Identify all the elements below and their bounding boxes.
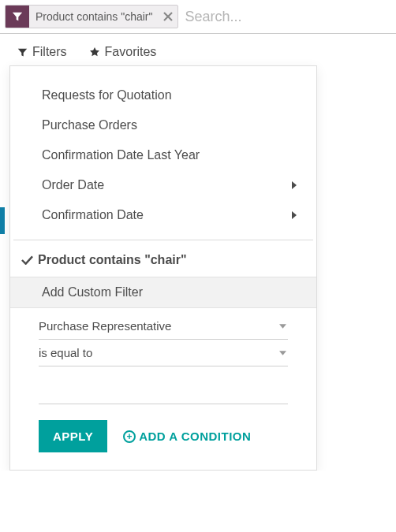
value-input[interactable] [39,374,288,404]
active-filter-label: Product contains "chair" [38,253,187,267]
apply-button[interactable]: APPLY [39,420,107,452]
chevron-down-icon [279,351,286,355]
accent-stripe [0,207,5,234]
filter-option-label: Purchase Orders [42,118,137,132]
filter-option-rfq[interactable]: Requests for Quotation [10,80,316,110]
active-filter-group[interactable]: Product contains "chair" [10,244,316,277]
filter-icon [6,6,29,28]
field-select-value: Purchase Representative [39,319,171,333]
filter-option-label: Requests for Quotation [42,88,172,102]
custom-filter-actions: APPLY + ADD A CONDITION [10,404,316,452]
search-bar: Product contains "chair" [0,0,396,34]
chevron-down-icon [279,324,286,329]
add-condition-label: ADD A CONDITION [139,430,251,443]
tab-favorites[interactable]: Favorites [89,45,157,59]
chevron-right-icon [291,211,297,219]
filter-option-po[interactable]: Purchase Orders [10,110,316,140]
search-facet: Product contains "chair" [5,5,178,28]
filter-option-label: Confirmation Date [42,208,144,222]
star-icon [89,47,100,58]
filter-option-confirmation-last-year[interactable]: Confirmation Date Last Year [10,140,316,170]
custom-filter-form: Purchase Representative is equal to [10,308,316,404]
chevron-right-icon [291,181,297,189]
search-options-bar: Filters Favorites [0,34,396,65]
filter-option-order-date[interactable]: Order Date [10,170,316,200]
check-icon [21,255,33,265]
filter-option-label: Confirmation Date Last Year [42,148,200,162]
operator-select-value: is equal to [39,346,92,359]
plus-circle-icon: + [123,430,136,443]
divider [13,240,313,240]
search-input[interactable] [183,6,391,28]
tab-favorites-label: Favorites [105,45,157,59]
tab-filters-label: Filters [32,45,67,59]
field-select[interactable]: Purchase Representative [39,313,288,340]
filter-option-label: Order Date [42,178,104,192]
add-condition-button[interactable]: + ADD A CONDITION [123,430,251,443]
remove-facet-button[interactable] [159,6,177,28]
filters-dropdown-panel: Requests for Quotation Purchase Orders C… [9,65,317,471]
filter-option-confirmation-date[interactable]: Confirmation Date [10,200,316,230]
search-facet-label: Product contains "chair" [29,6,159,28]
tab-filters[interactable]: Filters [17,45,67,59]
filter-options-list: Requests for Quotation Purchase Orders C… [10,77,316,233]
add-custom-filter-heading[interactable]: Add Custom Filter [10,277,316,308]
operator-select[interactable]: is equal to [39,340,288,366]
filter-icon [17,47,28,58]
